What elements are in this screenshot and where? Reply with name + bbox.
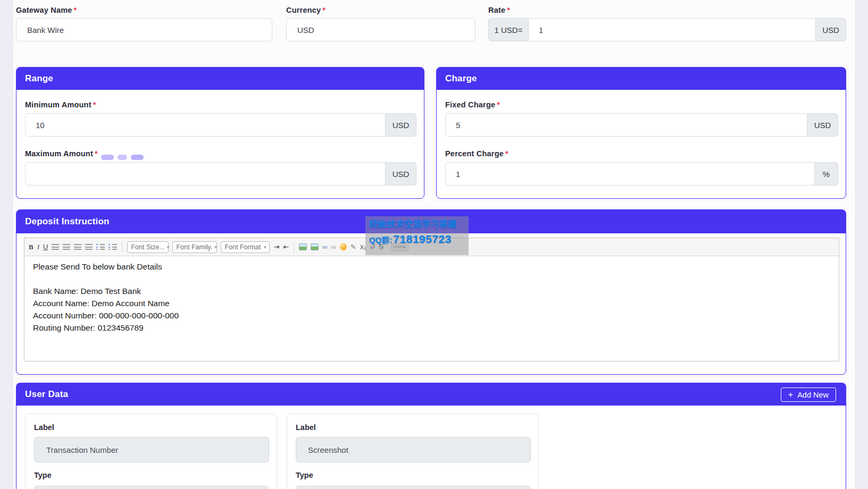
required-asterisk: * xyxy=(497,100,500,109)
deposit-instruction-card: Deposit Instruction BIUFont Size...▾Font… xyxy=(16,209,846,375)
edit-page-icon[interactable]: ✎ xyxy=(350,243,356,251)
xhtml-source-icon[interactable]: XHTML xyxy=(391,243,408,251)
user-data-item-card: Label Screenshot Type xyxy=(287,414,539,489)
gateway-name-input[interactable] xyxy=(16,18,272,41)
range-card-header: Range xyxy=(16,68,424,90)
align-right-icon[interactable] xyxy=(74,244,81,250)
minimum-amount-suffix: USD xyxy=(386,113,416,137)
align-center-icon[interactable] xyxy=(63,244,70,250)
user-data-item-card: Label Transaction Number Type xyxy=(25,414,277,489)
editor-line: Bank Name: Demo Test Bank xyxy=(33,285,830,297)
maximum-amount-label-text: Maximum Amount xyxy=(25,149,93,158)
minimum-amount-label: Minimum Amount* xyxy=(25,100,96,109)
deposit-card-header: Deposit Instruction xyxy=(16,210,846,233)
field-label-caption: Label xyxy=(296,423,316,432)
editor-line: Account Name: Demo Account Name xyxy=(33,297,830,309)
link-icon[interactable]: ∞ xyxy=(322,243,327,251)
rate-label-text: Rate xyxy=(488,6,505,14)
currency-label: Currency* xyxy=(286,6,326,14)
bullet-list-icon[interactable] xyxy=(108,244,117,250)
required-asterisk: * xyxy=(322,6,326,14)
fixed-charge-input[interactable] xyxy=(445,113,807,137)
color-smiley-icon[interactable] xyxy=(340,243,347,250)
minimum-amount-input[interactable] xyxy=(25,113,386,137)
rate-label: Rate* xyxy=(488,6,510,14)
italic-icon[interactable]: I xyxy=(37,243,39,251)
editor-line: Please Send To below bank Details xyxy=(33,260,830,273)
gateway-name-label-text: Gateway Name xyxy=(16,6,72,14)
insert-image-icon[interactable] xyxy=(299,243,307,250)
required-asterisk: * xyxy=(93,100,96,109)
rate-prepend: 1 USD= xyxy=(488,18,529,41)
rate-suffix: USD xyxy=(816,18,846,41)
indent-icon[interactable]: ⇥ xyxy=(273,243,279,251)
superscript-icon[interactable]: x² xyxy=(370,244,375,250)
field-type-caption: Type xyxy=(34,471,52,479)
field-label-input-disabled: Transaction Number xyxy=(34,437,269,462)
editor-content[interactable]: Please Send To below bank Details Bank N… xyxy=(24,256,839,338)
font-format-dropdown[interactable]: Font Format▾ xyxy=(221,241,270,253)
percent-charge-group: % xyxy=(445,162,838,186)
field-label-input-disabled: Screenshot xyxy=(296,437,531,462)
percent-charge-label-text: Percent Charge xyxy=(445,149,504,158)
rate-input[interactable] xyxy=(529,18,816,41)
user-data-card-header: User Data + Add New xyxy=(16,383,846,406)
maximum-amount-input[interactable] xyxy=(25,162,386,186)
field-type-select[interactable] xyxy=(34,486,269,489)
minimum-amount-group: USD xyxy=(25,113,416,137)
subscript-icon[interactable]: X₂ xyxy=(360,244,366,250)
maximum-amount-suffix: USD xyxy=(386,162,416,186)
user-data-card-title: User Data xyxy=(25,389,68,400)
fixed-charge-suffix: USD xyxy=(807,113,838,137)
numbered-list-icon[interactable] xyxy=(96,244,105,250)
outdent-icon[interactable]: ⇤ xyxy=(283,243,289,251)
currency-input[interactable] xyxy=(286,18,475,41)
currency-label-text: Currency xyxy=(286,6,321,14)
gateway-name-label: Gateway Name* xyxy=(16,6,77,14)
insert-media-icon[interactable] xyxy=(311,243,319,250)
field-type-select[interactable] xyxy=(296,486,531,489)
toolbar-separator xyxy=(294,242,294,252)
toolbar-separator xyxy=(122,242,122,252)
user-data-card: User Data + Add New Label Transaction Nu… xyxy=(16,383,846,489)
charge-card-header: Charge xyxy=(437,68,846,90)
fixed-charge-label: Fixed Charge* xyxy=(445,100,500,109)
editor-line: Account Number: 000-000-000-000-000 xyxy=(33,309,830,322)
fixed-charge-group: USD xyxy=(445,113,838,137)
minimum-amount-label-text: Minimum Amount xyxy=(25,100,91,109)
required-asterisk: * xyxy=(95,149,98,158)
range-card-title: Range xyxy=(25,73,53,84)
unlink-icon[interactable]: ∞ xyxy=(331,243,336,251)
gateway-edit-page: Gateway Name* Currency* Rate* 1 USD= USD… xyxy=(0,0,868,489)
required-asterisk: * xyxy=(74,6,77,14)
percent-charge-suffix: % xyxy=(815,162,838,186)
add-new-button[interactable]: + Add New xyxy=(781,387,836,402)
strikethrough-icon[interactable]: S xyxy=(379,243,383,251)
field-type-caption: Type xyxy=(296,471,313,479)
deposit-card-title: Deposit Instruction xyxy=(25,216,110,227)
fixed-charge-label-text: Fixed Charge xyxy=(445,100,495,109)
range-card: Range Minimum Amount* USD Maximum Amount… xyxy=(16,67,424,199)
maximum-amount-label: Maximum Amount* xyxy=(25,149,98,158)
rate-input-group: 1 USD= USD xyxy=(488,18,846,41)
rich-text-editor: BIUFont Size...▾Font Family.▾Font Format… xyxy=(24,238,839,361)
percent-charge-label: Percent Charge* xyxy=(445,149,508,158)
editor-toolbar: BIUFont Size...▾Font Family.▾Font Format… xyxy=(24,238,839,256)
font-size-dropdown[interactable]: Font Size...▾ xyxy=(127,241,169,253)
required-asterisk: * xyxy=(505,149,508,158)
required-asterisk: * xyxy=(507,6,510,14)
plus-icon: + xyxy=(788,391,793,399)
font-family-dropdown[interactable]: Font Family.▾ xyxy=(172,241,217,253)
underline-icon[interactable]: U xyxy=(43,243,48,251)
editor-line: Routing Number: 0123456789 xyxy=(33,322,830,334)
add-new-button-label: Add New xyxy=(797,391,829,399)
charge-card-title: Charge xyxy=(445,73,477,84)
align-justify-icon[interactable] xyxy=(85,244,93,250)
editor-line xyxy=(33,273,830,285)
charge-card: Charge Fixed Charge* USD Percent Charge*… xyxy=(436,67,846,199)
watermark-artifact xyxy=(101,155,144,160)
percent-charge-input[interactable] xyxy=(445,162,815,186)
maximum-amount-group: USD xyxy=(25,162,416,186)
align-left-icon[interactable] xyxy=(52,244,59,250)
bold-icon[interactable]: B xyxy=(29,243,34,251)
